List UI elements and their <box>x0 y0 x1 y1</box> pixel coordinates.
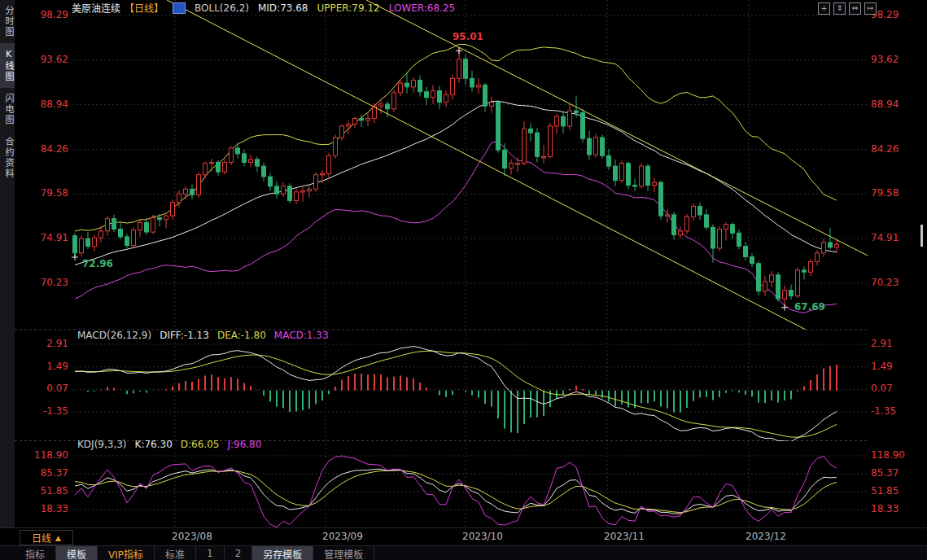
macd-tick-label: 2.91 <box>18 338 68 349</box>
price-tick-label: 93.62 <box>871 54 899 65</box>
price-tick-label: 88.94 <box>871 98 899 110</box>
macd-tick-label: 1.49 <box>18 361 68 372</box>
trading-app-window: 美原油连续 【日线】 BOLL(26,2) MID:73.68 UPPER:79… <box>0 0 927 560</box>
x-axis-month-label: 2023/10 <box>462 531 503 542</box>
annotation-high-price: 95.01 <box>453 31 483 42</box>
boll-mid-line <box>75 101 837 265</box>
price-tick-label: 93.62 <box>18 54 68 65</box>
chart-canvas[interactable] <box>0 0 927 560</box>
macd-tick-label: -1.35 <box>871 405 896 417</box>
boll-mid-value: MID:73.68 <box>258 2 308 14</box>
bottom-bar-item-6[interactable]: 2 <box>225 546 253 560</box>
price-tick-label: 84.26 <box>871 143 899 155</box>
macd-tick-label: 0.07 <box>18 383 68 394</box>
bottom-bar-item-2[interactable]: 模板 <box>56 546 98 560</box>
sidebar-item-2[interactable]: K线图 <box>0 43 15 88</box>
price-tick-label: 84.26 <box>18 143 68 155</box>
kdj-pane-header: KDJ(9,3,3) K:76.30 D:66.05 J:96.80 <box>77 439 261 450</box>
macd-tick-label: 1.49 <box>871 361 893 372</box>
chart-header: 美原油连续 【日线】 BOLL(26,2) MID:73.68 UPPER:79… <box>72 2 455 14</box>
boll-lower-line <box>75 142 837 313</box>
sidebar-item-4[interactable]: 合约资料 <box>0 131 15 185</box>
price-tick-label: 70.23 <box>18 277 68 288</box>
chart-toolbar-icons: +⇕⇔↦ <box>818 2 877 15</box>
macd-pane-header: MACD(26,12,9) DIFF:-1.13 DEA:-1.80 MACD:… <box>77 330 329 341</box>
bottom-bar-item-5[interactable]: 1 <box>196 546 225 560</box>
x-axis-month-label: 2023/09 <box>322 531 363 542</box>
annotation-left-low-price: 72.96 <box>82 258 113 269</box>
candles-layer <box>73 47 839 308</box>
period-selector[interactable]: 日线 ▲ <box>20 530 73 545</box>
macd-indicator-label[interactable]: MACD(26,12,9) <box>77 330 151 341</box>
boll-lower-value: LOWER:68.25 <box>389 2 456 14</box>
macd-tick-label: -1.35 <box>18 405 68 417</box>
kdj-tick-label: 118.90 <box>871 449 905 461</box>
kdj-k-value: K:76.30 <box>135 439 173 450</box>
x-axis-month-label: 2023/08 <box>172 531 212 542</box>
macd-tick-label: 2.91 <box>871 338 893 349</box>
bottom-bar-item-4[interactable]: 标准 <box>155 546 196 560</box>
annotation-low-price: 67.69 <box>794 301 825 313</box>
kdj-indicator-label[interactable]: KDJ(9,3,3) <box>77 439 127 450</box>
price-tick-label: 74.91 <box>18 232 68 243</box>
bottom-bar-item-3[interactable]: VIP指标 <box>98 546 155 560</box>
price-tick-label: 88.94 <box>18 98 68 110</box>
kdj-j-value: J:96.80 <box>227 439 261 450</box>
symbol-title: 美原油连续 <box>72 1 120 15</box>
kdj-tick-label: 18.33 <box>18 503 68 514</box>
kdj-d-value: D:66.05 <box>181 439 220 450</box>
period-tag[interactable]: 【日线】 <box>125 1 164 15</box>
sidebar-item-1[interactable]: 分时图 <box>0 0 15 43</box>
bottom-bar-item-1[interactable]: 指标 <box>15 546 56 560</box>
period-label: 日线 <box>32 531 51 545</box>
kdj-tick-label: 18.33 <box>871 503 899 514</box>
macd-hist-value: MACD:1.33 <box>274 330 329 341</box>
chart-type-sidebar: 分时图K线图闪电图合约资料 <box>0 0 15 527</box>
price-tick-label: 98.29 <box>18 9 68 20</box>
kdj-tick-label: 51.85 <box>18 485 68 497</box>
boll-upper-line <box>75 44 837 231</box>
template-toolbar: 指标模板VIP指标标准12另存模板管理模板 <box>0 545 927 560</box>
boll-upper-value: UPPER:79.12 <box>317 2 379 14</box>
trendline-2 <box>366 0 869 256</box>
kline-chart-icon <box>173 2 186 14</box>
price-tick-label: 79.58 <box>18 187 68 199</box>
kdj-tick-label: 85.37 <box>871 467 899 479</box>
price-pane <box>73 0 870 330</box>
macd-pane <box>75 347 837 442</box>
kdj-tick-label: 118.90 <box>18 449 68 461</box>
macd-diff-value: DIFF:-1.13 <box>160 330 209 341</box>
macd-dea-value: DEA:-1.80 <box>217 330 266 341</box>
bottom-bar-item-8[interactable]: 管理模板 <box>313 546 374 560</box>
boll-indicator-label[interactable]: BOLL(26,2) <box>195 2 249 14</box>
macd-tick-label: 0.07 <box>871 383 893 394</box>
kdj-tick-label: 51.85 <box>871 485 899 497</box>
x-axis-month-label: 2023/12 <box>746 531 786 542</box>
pan-right-icon[interactable]: ↦ <box>864 2 877 15</box>
bottom-bar-item-7[interactable]: 另存模板 <box>252 546 313 560</box>
x-axis-month-label: 2023/11 <box>604 531 645 542</box>
scrollbar-thumb[interactable] <box>920 225 923 247</box>
fit-horizontal-axis-icon[interactable]: ⇔ <box>849 2 861 15</box>
price-tick-label: 74.91 <box>871 232 899 243</box>
price-tick-label: 70.23 <box>871 277 899 288</box>
crosshair-icon[interactable]: + <box>818 2 830 15</box>
kdj-tick-label: 85.37 <box>18 467 68 479</box>
price-tick-label: 79.58 <box>871 187 899 199</box>
fit-vertical-axis-icon[interactable]: ⇕ <box>833 2 846 15</box>
trendline-1 <box>167 0 806 330</box>
caret-up-icon: ▲ <box>55 534 61 542</box>
sidebar-item-3[interactable]: 闪电图 <box>0 88 15 131</box>
